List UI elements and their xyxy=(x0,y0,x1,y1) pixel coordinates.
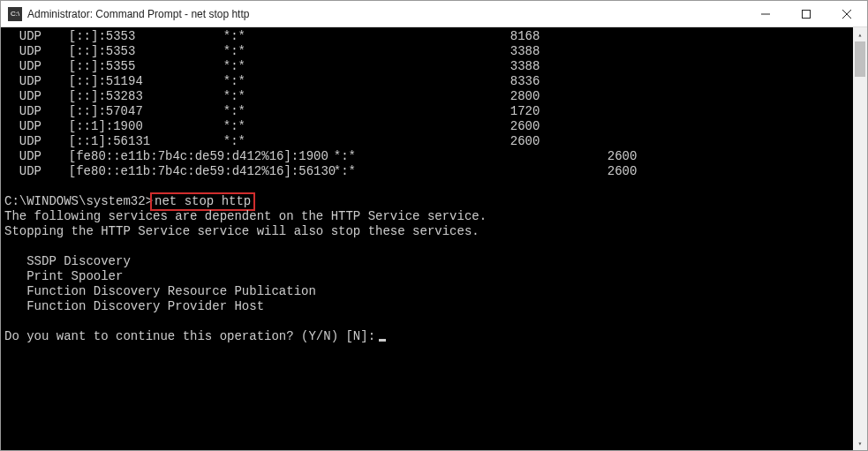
netstat-row: UDP[::1]:1900*:*2600 xyxy=(4,119,849,134)
pid: 1720 xyxy=(510,104,540,119)
dependent-service: Function Discovery Provider Host xyxy=(4,299,849,314)
local-address: [fe80::e11b:7b4c:de59:d412%16]:1900 xyxy=(69,149,334,164)
scroll-track[interactable] xyxy=(853,41,867,436)
local-address: [fe80::e11b:7b4c:de59:d412%16]:56130 xyxy=(69,164,334,179)
protocol: UDP xyxy=(19,164,69,179)
protocol: UDP xyxy=(19,74,69,89)
foreign-address: *:* xyxy=(223,44,510,59)
netstat-row: UDP[::]:57047*:*1720 xyxy=(4,104,849,119)
prompt-path: C:\WINDOWS\system32> xyxy=(4,194,153,208)
foreign-address: *:* xyxy=(223,104,510,119)
blank-line xyxy=(4,179,849,194)
blank-line xyxy=(4,239,849,254)
dependent-service: SSDP Discovery xyxy=(4,254,849,269)
protocol: UDP xyxy=(19,44,69,59)
netstat-row: UDP[::]:5353*:*8168 xyxy=(4,29,849,44)
local-address: [::]:53283 xyxy=(69,89,223,104)
foreign-address: *:* xyxy=(223,134,510,149)
local-address: [::1]:1900 xyxy=(69,119,223,134)
foreign-address: *:* xyxy=(334,164,608,179)
minimize-button[interactable] xyxy=(745,1,786,26)
close-button[interactable] xyxy=(826,1,867,26)
cmd-icon: C:\ xyxy=(8,7,22,21)
protocol: UDP xyxy=(19,134,69,149)
foreign-address: *:* xyxy=(223,29,510,44)
window-controls xyxy=(745,1,867,26)
dependent-service: Function Discovery Resource Publication xyxy=(4,284,849,299)
output-text: The following services are dependent on … xyxy=(4,209,849,224)
svg-rect-1 xyxy=(803,10,811,18)
close-icon xyxy=(842,10,851,19)
pid: 8336 xyxy=(510,74,540,89)
foreign-address: *:* xyxy=(223,119,510,134)
pid: 2600 xyxy=(608,164,638,179)
protocol: UDP xyxy=(19,89,69,104)
netstat-row: UDP[::]:5353*:*3388 xyxy=(4,44,849,59)
vertical-scrollbar[interactable]: ▴ ▾ xyxy=(853,27,867,450)
confirm-prompt: Do you want to continue this operation? … xyxy=(4,329,849,344)
netstat-row: UDP[::]:5355*:*3388 xyxy=(4,59,849,74)
netstat-row: UDP[::1]:56131*:*2600 xyxy=(4,134,849,149)
maximize-icon xyxy=(802,10,811,19)
scroll-up-button[interactable]: ▴ xyxy=(853,27,867,41)
foreign-address: *:* xyxy=(223,89,510,104)
dependent-service: Print Spooler xyxy=(4,269,849,284)
titlebar[interactable]: C:\ Administrator: Command Prompt - net … xyxy=(1,1,867,27)
protocol: UDP xyxy=(19,119,69,134)
terminal-output[interactable]: UDP[::]:5353*:*8168 UDP[::]:5353*:*3388 … xyxy=(1,27,853,450)
terminal-area: UDP[::]:5353*:*8168 UDP[::]:5353*:*3388 … xyxy=(1,27,867,450)
foreign-address: *:* xyxy=(223,59,510,74)
output-text: Stopping the HTTP Service service will a… xyxy=(4,224,849,239)
pid: 8168 xyxy=(510,29,540,44)
minimize-icon xyxy=(761,10,770,19)
pid: 2600 xyxy=(510,119,540,134)
netstat-row: UDP[fe80::e11b:7b4c:de59:d412%16]:1900*:… xyxy=(4,149,849,164)
protocol: UDP xyxy=(19,29,69,44)
pid: 2600 xyxy=(510,134,540,149)
window-title: Administrator: Command Prompt - net stop… xyxy=(27,8,745,20)
local-address: [::]:57047 xyxy=(69,104,223,119)
local-address: [::]:51194 xyxy=(69,74,223,89)
protocol: UDP xyxy=(19,104,69,119)
foreign-address: *:* xyxy=(223,74,510,89)
scroll-thumb[interactable] xyxy=(855,41,865,77)
cursor xyxy=(379,339,386,342)
protocol: UDP xyxy=(19,59,69,74)
netstat-row: UDP[fe80::e11b:7b4c:de59:d412%16]:56130*… xyxy=(4,164,849,179)
pid: 2800 xyxy=(510,89,540,104)
prompt-line: C:\WINDOWS\system32>net stop http xyxy=(4,194,849,209)
pid: 2600 xyxy=(608,149,638,164)
protocol: UDP xyxy=(19,149,69,164)
command-prompt-window: C:\ Administrator: Command Prompt - net … xyxy=(0,0,868,451)
netstat-row: UDP[::]:53283*:*2800 xyxy=(4,89,849,104)
maximize-button[interactable] xyxy=(786,1,826,26)
pid: 3388 xyxy=(510,44,540,59)
local-address: [::]:5353 xyxy=(69,29,223,44)
local-address: [::1]:56131 xyxy=(69,134,223,149)
scroll-down-button[interactable]: ▾ xyxy=(853,436,867,450)
pid: 3388 xyxy=(510,59,540,74)
blank-line xyxy=(4,314,849,329)
local-address: [::]:5355 xyxy=(69,59,223,74)
netstat-row: UDP[::]:51194*:*8336 xyxy=(4,74,849,89)
foreign-address: *:* xyxy=(334,149,608,164)
typed-command: net stop http xyxy=(155,194,251,208)
command-highlight: net stop http xyxy=(150,192,255,211)
local-address: [::]:5353 xyxy=(69,44,223,59)
confirm-text: Do you want to continue this operation? … xyxy=(4,329,375,343)
